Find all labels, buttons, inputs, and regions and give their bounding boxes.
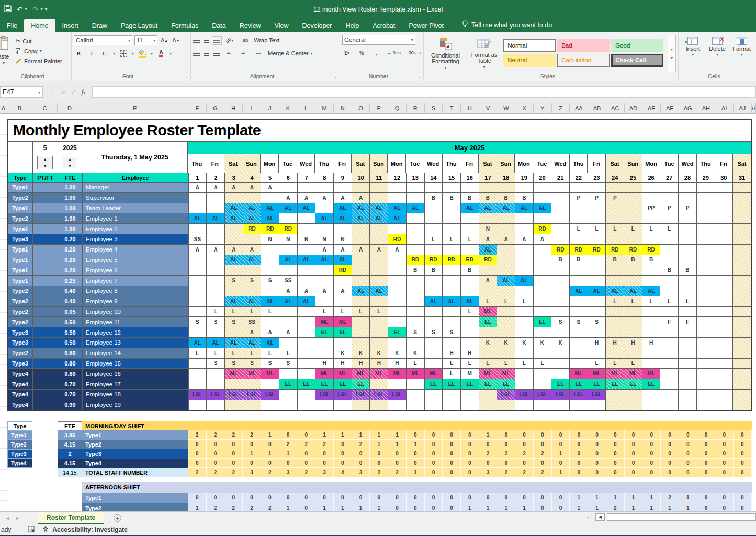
roster-day-cell[interactable]: L [189,348,207,359]
day-number-cell[interactable]: 29 [697,173,715,183]
roster-day-cell[interactable]: N [315,234,334,245]
employee-ptft-cell[interactable] [33,193,58,203]
page-title[interactable]: Monthly Employee Roster Template [8,120,751,142]
roster-day-cell[interactable] [715,265,734,276]
roster-day-cell[interactable]: L [334,307,352,317]
roster-day-cell[interactable]: ML [225,369,243,379]
employee-ptft-cell[interactable] [33,255,58,266]
roster-day-cell[interactable]: B [515,193,534,203]
summary-cell[interactable] [7,482,32,493]
morning-value-cell[interactable]: 0 [625,440,643,449]
roster-day-cell[interactable]: L [461,359,479,369]
roster-day-cell[interactable]: AL [279,296,298,307]
total-value-cell[interactable]: 0 [679,468,697,477]
roster-day-cell[interactable] [660,379,679,390]
column-header-S[interactable]: S [425,103,443,113]
morning-value-cell[interactable]: 0 [425,459,443,468]
roster-day-cell[interactable]: A [334,193,352,203]
roster-day-cell[interactable]: N [298,234,316,245]
column-a-strip[interactable] [0,114,7,511]
afternoon-value-cell[interactable]: 0 [297,493,315,503]
roster-day-cell[interactable] [715,286,734,296]
morning-value-cell[interactable]: 2 [315,440,334,449]
roster-day-cell[interactable]: A [479,234,498,245]
employee-type-cell[interactable]: Type3 [8,234,33,245]
afternoon-type-label[interactable]: Type2 [82,503,188,511]
roster-day-cell[interactable]: EL [315,327,334,338]
roster-day-cell[interactable] [588,348,606,359]
total-value-cell[interactable]: 2 [515,468,534,477]
roster-day-cell[interactable] [388,400,407,410]
roster-day-cell[interactable]: F [660,317,679,327]
roster-day-cell[interactable]: AL [225,213,243,224]
roster-day-cell[interactable]: L [443,234,461,245]
day-number-cell[interactable]: 11 [370,173,388,183]
roster-day-cell[interactable] [279,317,298,327]
total-value-cell[interactable]: 2 [534,468,552,477]
macro-record-icon[interactable] [28,526,35,534]
total-value-cell[interactable]: 0 [661,468,679,477]
column-header-X[interactable]: X [515,103,534,113]
roster-day-cell[interactable]: AL [515,203,534,214]
roster-day-cell[interactable] [534,379,552,390]
roster-day-cell[interactable]: K [551,338,570,348]
ribbon-tab-data[interactable]: Data [205,19,232,32]
roster-day-cell[interactable] [298,213,316,224]
employee-fte-cell[interactable]: 0.20 [58,265,83,276]
roster-day-cell[interactable]: RD [551,245,570,255]
roster-day-cell[interactable] [352,317,370,327]
roster-day-cell[interactable] [443,276,461,286]
roster-day-cell[interactable]: S [443,327,461,338]
roster-day-cell[interactable] [461,338,479,348]
roster-day-cell[interactable] [606,307,624,317]
format-cells-button[interactable]: Format▾ [730,35,754,72]
roster-day-cell[interactable] [733,203,751,214]
roster-day-cell[interactable]: L [370,307,388,317]
roster-day-cell[interactable]: A [225,183,243,193]
roster-day-cell[interactable]: L [497,296,515,307]
roster-day-cell[interactable]: AL [370,213,388,224]
morning-value-cell[interactable]: 0 [552,459,570,468]
roster-day-cell[interactable] [551,265,570,276]
roster-day-cell[interactable]: S [279,359,298,369]
underline-icon[interactable]: U [100,48,109,59]
employee-ptft-cell[interactable] [33,348,58,359]
roster-day-cell[interactable] [660,338,679,348]
roster-day-cell[interactable]: A [534,234,552,245]
roster-day-cell[interactable]: L [261,307,279,317]
roster-day-cell[interactable] [207,193,225,203]
roster-day-cell[interactable]: AL [443,296,461,307]
roster-day-cell[interactable] [697,317,715,327]
morning-value-cell[interactable]: 0 [734,459,752,468]
employee-ptft-cell[interactable] [33,234,58,245]
roster-day-cell[interactable]: ML [479,369,498,379]
roster-day-cell[interactable] [715,359,734,369]
employee-name-cell[interactable]: Employee 9 [83,296,189,307]
roster-day-cell[interactable] [207,379,225,390]
roster-day-cell[interactable] [479,400,498,410]
fte-value-cell[interactable]: 3.85 [58,430,82,440]
format-as-table-button[interactable]: Format as Table▾ [468,35,500,72]
roster-day-cell[interactable]: ML [315,317,334,327]
roster-day-cell[interactable] [207,400,225,410]
employee-name-cell[interactable]: Employee 4 [83,245,189,255]
morning-value-cell[interactable]: 1 [370,430,388,440]
roster-day-cell[interactable] [370,276,388,286]
day-number-cell[interactable]: 20 [534,173,552,183]
roster-day-cell[interactable] [261,400,279,410]
fte-value-cell[interactable]: 4.15 [58,440,82,449]
roster-day-cell[interactable] [461,183,479,193]
column-header-T[interactable]: T [443,103,461,113]
morning-value-cell[interactable]: 0 [443,440,461,449]
roster-day-cell[interactable] [515,379,534,390]
afternoon-value-cell[interactable]: 2 [207,503,225,511]
roster-day-cell[interactable] [443,390,461,400]
roster-day-cell[interactable] [425,307,443,317]
morning-value-cell[interactable]: 2 [352,440,370,449]
roster-day-cell[interactable] [425,224,443,234]
roster-day-cell[interactable] [298,183,316,193]
roster-day-cell[interactable]: S [261,276,279,286]
roster-day-cell[interactable]: M [461,369,479,379]
roster-day-cell[interactable]: L [660,224,679,234]
morning-value-cell[interactable]: 0 [370,449,388,459]
